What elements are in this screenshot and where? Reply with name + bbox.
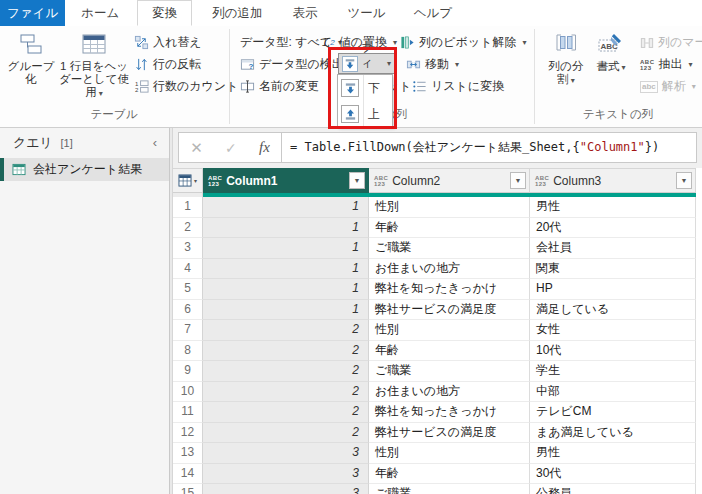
cell-column3[interactable]: 女性 bbox=[530, 320, 696, 341]
cell-column2[interactable]: ご職業 bbox=[369, 238, 530, 259]
fill-button[interactable]: フィル ▾ bbox=[338, 53, 395, 74]
cell-column2[interactable]: 性別 bbox=[369, 197, 530, 218]
filter-dropdown-button[interactable]: ▼ bbox=[349, 172, 365, 189]
group-separator bbox=[534, 29, 535, 124]
row-number[interactable]: 15 bbox=[173, 484, 203, 494]
detect-data-type-button[interactable]: ? データ型の検出 bbox=[240, 56, 344, 73]
tab-help[interactable]: ヘルプ bbox=[406, 0, 460, 26]
column-header-column3[interactable]: ABC123 Column3 ▼ bbox=[530, 168, 696, 193]
commit-formula-button[interactable]: ✓ bbox=[225, 140, 237, 156]
column-header-column2[interactable]: ABC123 Column2 ▼ bbox=[369, 168, 530, 193]
cell-column1[interactable]: 3 bbox=[203, 464, 369, 485]
cell-column2[interactable]: 弊社サービスの満足度 bbox=[369, 423, 530, 444]
group-by-button[interactable]: グループ化 bbox=[6, 32, 56, 86]
count-rows-button[interactable]: 12 行数のカウント bbox=[134, 78, 238, 95]
cell-column3[interactable]: 関東 bbox=[530, 259, 696, 280]
cell-column3[interactable]: 10代 bbox=[530, 341, 696, 362]
row-number[interactable]: 6 bbox=[173, 300, 203, 321]
row-number[interactable]: 11 bbox=[173, 402, 203, 423]
column-header-column1[interactable]: ABC123 Column1 ▼ bbox=[203, 168, 369, 193]
tab-tools[interactable]: ツール bbox=[340, 0, 394, 26]
row-number[interactable]: 8 bbox=[173, 341, 203, 362]
cell-column2[interactable]: 年齢 bbox=[369, 218, 530, 239]
cell-column3[interactable]: 学生 bbox=[530, 361, 696, 382]
cell-column2[interactable]: 弊社サービスの満足度 bbox=[369, 300, 530, 321]
tab-transform[interactable]: 変換 bbox=[137, 0, 192, 26]
extract-button[interactable]: ABC123 抽出 ▾ bbox=[640, 56, 693, 73]
fill-down-menu-item[interactable]: 下 bbox=[338, 75, 392, 101]
cell-column1[interactable]: 1 bbox=[203, 197, 369, 218]
cell-column2[interactable]: 性別 bbox=[369, 320, 530, 341]
filter-dropdown-button[interactable]: ▼ bbox=[676, 172, 692, 189]
cell-column1[interactable]: 2 bbox=[203, 320, 369, 341]
cell-column1[interactable]: 2 bbox=[203, 402, 369, 423]
cell-column1[interactable]: 1 bbox=[203, 259, 369, 280]
cell-column2[interactable]: 弊社を知ったきっかけ bbox=[369, 279, 530, 300]
cell-column3[interactable]: 満足している bbox=[530, 300, 696, 321]
row-number[interactable]: 7 bbox=[173, 320, 203, 341]
cell-column3[interactable]: 30代 bbox=[530, 464, 696, 485]
collapse-pane-button[interactable]: ‹ bbox=[153, 128, 157, 158]
cancel-formula-button[interactable]: ✕ bbox=[190, 139, 203, 157]
row-number[interactable]: 13 bbox=[173, 443, 203, 464]
filter-dropdown-button[interactable]: ▼ bbox=[510, 172, 526, 189]
row-number[interactable]: 9 bbox=[173, 361, 203, 382]
convert-to-list-button[interactable]: リストに変換 bbox=[412, 78, 504, 95]
fill-up-menu-item[interactable]: 上 bbox=[338, 101, 392, 127]
tab-file[interactable]: ファイル bbox=[0, 0, 65, 26]
cell-column3[interactable]: テレビCM bbox=[530, 402, 696, 423]
parse-button[interactable]: abc 解析 ▾ bbox=[640, 78, 696, 95]
row-number[interactable]: 4 bbox=[173, 259, 203, 280]
cell-column1[interactable]: 2 bbox=[203, 341, 369, 362]
cell-column3[interactable]: 会社員 bbox=[530, 238, 696, 259]
cell-column1[interactable]: 2 bbox=[203, 382, 369, 403]
cell-column3[interactable]: 20代 bbox=[530, 218, 696, 239]
cell-column2[interactable]: 性別 bbox=[369, 443, 530, 464]
cell-column2[interactable]: 年齢 bbox=[369, 341, 530, 362]
move-button[interactable]: 移動 ▾ bbox=[406, 56, 459, 73]
row-number[interactable]: 3 bbox=[173, 238, 203, 259]
reverse-rows-button[interactable]: 行の反転 bbox=[134, 56, 201, 73]
merge-columns-button[interactable]: 列のマージ bbox=[640, 34, 702, 51]
tab-add-column[interactable]: 列の追加 bbox=[204, 0, 270, 26]
rename-button[interactable]: 名前の変更 bbox=[240, 78, 319, 95]
cell-column2[interactable]: お住まいの地方 bbox=[369, 382, 530, 403]
unpivot-columns-button[interactable]: 列のピボット解除 ▾ bbox=[400, 34, 526, 51]
row-number[interactable]: 5 bbox=[173, 279, 203, 300]
select-all-columns-button[interactable]: ▾ bbox=[173, 168, 203, 193]
cell-column3[interactable]: 中部 bbox=[530, 382, 696, 403]
split-column-button[interactable]: 列の分割▾ bbox=[545, 32, 587, 87]
cell-column3[interactable]: 男性 bbox=[530, 197, 696, 218]
cell-column2[interactable]: 弊社を知ったきっかけ bbox=[369, 402, 530, 423]
row-number[interactable]: 14 bbox=[173, 464, 203, 485]
row-number[interactable]: 12 bbox=[173, 423, 203, 444]
cell-column2[interactable]: ご職業 bbox=[369, 361, 530, 382]
cell-column3[interactable]: 公務員 bbox=[530, 484, 696, 494]
cell-column1[interactable]: 1 bbox=[203, 300, 369, 321]
cell-column1[interactable]: 3 bbox=[203, 443, 369, 464]
cell-column3[interactable]: 男性 bbox=[530, 443, 696, 464]
cell-column3[interactable]: まあ満足している bbox=[530, 423, 696, 444]
formula-input[interactable]: = Table.FillDown(会社アンケート結果_Sheet,{"Colum… bbox=[281, 132, 697, 163]
cell-column1[interactable]: 2 bbox=[203, 361, 369, 382]
row-number[interactable]: 1 bbox=[173, 197, 203, 218]
cell-column1[interactable]: 1 bbox=[203, 238, 369, 259]
query-list-item[interactable]: 会社アンケート結果 bbox=[0, 158, 169, 181]
fx-button[interactable]: fx bbox=[259, 139, 270, 156]
row-number[interactable]: 10 bbox=[173, 382, 203, 403]
cell-column3[interactable]: HP bbox=[530, 279, 696, 300]
row-number[interactable]: 2 bbox=[173, 218, 203, 239]
cell-column1[interactable]: 3 bbox=[203, 484, 369, 494]
tab-view[interactable]: 表示 bbox=[285, 0, 326, 26]
transpose-button[interactable]: 入れ替え bbox=[134, 34, 202, 51]
cell-column2[interactable]: お住まいの地方 bbox=[369, 259, 530, 280]
cell-column1[interactable]: 2 bbox=[203, 423, 369, 444]
cell-column2[interactable]: 年齢 bbox=[369, 464, 530, 485]
cell-column1[interactable]: 1 bbox=[203, 279, 369, 300]
tab-home[interactable]: ホーム bbox=[73, 0, 127, 26]
use-first-row-as-headers-button[interactable]: 1 行目をヘッダーとして使用▾ bbox=[58, 32, 130, 100]
cell-column1[interactable]: 1 bbox=[203, 218, 369, 239]
cell-column2[interactable]: ご職業 bbox=[369, 484, 530, 494]
replace-values-button[interactable]: 1,2 値の置換 ▾ bbox=[322, 34, 397, 51]
format-button[interactable]: ABC 書式▾ bbox=[594, 32, 628, 74]
